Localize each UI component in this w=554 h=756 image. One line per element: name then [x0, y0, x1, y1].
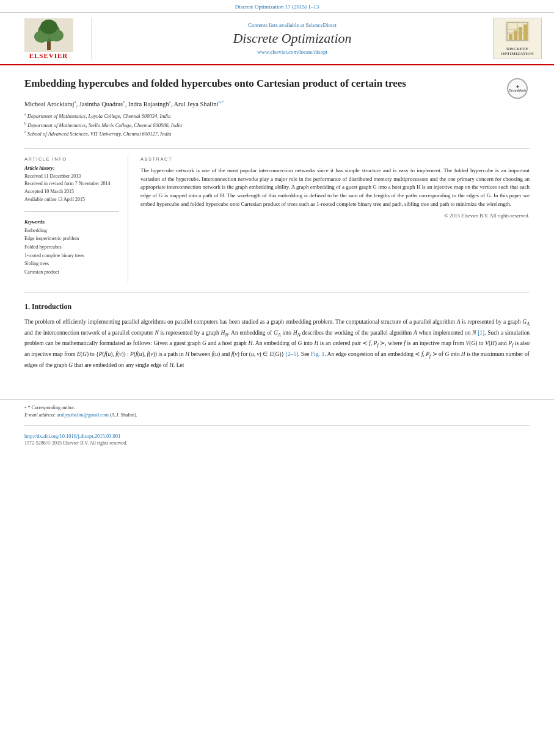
accepted-date: Accepted 10 March 2015 [24, 188, 119, 196]
main-content: Embedding hypercubes and folded hypercub… [0, 65, 554, 387]
abstract-copyright: © 2015 Elsevier B.V. All rights reserved… [140, 213, 530, 219]
crossmark-inner: ✛ CrossMark [507, 78, 528, 99]
article-title-container: Embedding hypercubes and folded hypercub… [24, 76, 530, 91]
svg-rect-14 [523, 24, 527, 40]
journal-title: Discrete Optimization [233, 31, 351, 46]
sciencedirect-link: Contents lists available at ScienceDirec… [248, 22, 337, 28]
crossmark-label: CrossMark [509, 89, 526, 92]
elsevier-logo: ELSEVIER [12, 18, 92, 59]
corresponding-text: * Corresponding author. [28, 405, 76, 410]
revised-date: Received in revised form 7 November 2014 [24, 180, 119, 188]
keywords-section: Keywords: Embedding Edge isoperimetric p… [24, 219, 119, 277]
svg-rect-13 [519, 27, 522, 40]
email-suffix: (A.J. Shalini). [110, 412, 137, 418]
available-date: Available online 13 April 2015 [24, 196, 119, 204]
section-title: Introduction [32, 302, 71, 311]
keyword-edge-isoperimetric: Edge isoperimetric problem [24, 234, 119, 243]
page: Discrete Optimization 17 (2015) 1–13 ELS… [0, 0, 554, 756]
keyword-sibling: Sibling trees [24, 260, 119, 268]
introduction-heading: 1. Introduction [24, 302, 530, 311]
history-heading: Article history: [24, 165, 119, 171]
section-number: 1. [24, 302, 30, 311]
abstract-heading: ABSTRACT [140, 156, 530, 162]
corresponding-author-note: * * Corresponding author. [24, 405, 530, 410]
journal-logo-icon [505, 21, 530, 45]
article-title-text: Embedding hypercubes and folded hypercub… [24, 78, 406, 89]
svg-rect-11 [509, 34, 512, 40]
journal-logo-text: DISCRETE OPTIMIZATION [501, 46, 534, 56]
abstract-text: The hypercube network is one of the most… [140, 167, 530, 209]
journal-header: ELSEVIER Contents lists available at Sci… [0, 13, 554, 65]
email-note: E-mail address: aruljeyshalini@gmail.com… [24, 412, 530, 418]
cite-1: [1] [478, 330, 484, 336]
keywords-heading: Keywords: [24, 219, 119, 225]
divider-info [24, 211, 119, 212]
divider-2 [24, 292, 530, 293]
footer-divider [24, 425, 530, 426]
introduction-paragraph: The problem of efficiently implementing … [24, 318, 530, 369]
keyword-embedding: Embedding [24, 227, 119, 235]
crossmark-badge: ✛ CrossMark [505, 76, 530, 101]
sciencedirect-prefix: Contents lists available at [248, 22, 305, 28]
affiliations: a Department of Mathematics, Loyola Coll… [24, 112, 530, 138]
issn-text: 1572-5286/© 2015 Elsevier B.V. All right… [24, 440, 530, 446]
keywords-list: Embedding Edge isoperimetric problem Fol… [24, 227, 119, 277]
keyword-folded-hypercubes: Folded hypercubes [24, 243, 119, 252]
email-address: aruljeyshalini@gmail.com [57, 412, 109, 418]
elsevier-tree-image [24, 18, 73, 52]
keyword-1-rooted: 1-rooted complete binary trees [24, 252, 119, 260]
page-footer: * * Corresponding author. E-mail address… [0, 399, 554, 446]
journal-url: www.elsevier.com/locate/disopt [257, 49, 327, 55]
svg-point-5 [40, 20, 57, 34]
cite-2-5: [2–5] [286, 351, 299, 357]
authors-line: Micheal Arockiaraja, Jasintha Quadrasb, … [24, 100, 530, 107]
sciencedirect-label: ScienceDirect [306, 22, 337, 28]
top-reference-bar: Discrete Optimization 17 (2015) 1–13 [0, 0, 554, 13]
journal-logo-box: DISCRETE OPTIMIZATION [493, 18, 542, 59]
article-info-heading: ARTICLE INFO [24, 156, 119, 162]
keyword-cartesian: Cartesian product [24, 268, 119, 277]
article-info-abstract: ARTICLE INFO Article history: Received 1… [24, 156, 530, 283]
email-label: E-mail address: [24, 412, 56, 418]
abstract-column: ABSTRACT The hypercube network is one of… [140, 156, 530, 283]
svg-rect-12 [514, 31, 517, 40]
divider-1 [24, 148, 530, 149]
article-info-column: ARTICLE INFO Article history: Received 1… [24, 156, 128, 283]
elsevier-brand-text: ELSEVIER [29, 52, 68, 59]
svg-rect-1 [47, 42, 51, 50]
received-date: Received 11 December 2013 [24, 173, 119, 181]
journal-reference: Discrete Optimization 17 (2015) 1–13 [235, 4, 319, 10]
journal-center-info: Contents lists available at ScienceDirec… [98, 18, 487, 59]
doi-link: http://dx.doi.org/10.1016/j.disopt.2015.… [24, 433, 530, 439]
article-history-section: Article history: Received 11 December 20… [24, 165, 119, 204]
fig1-ref: Fig. 1 [311, 351, 324, 357]
